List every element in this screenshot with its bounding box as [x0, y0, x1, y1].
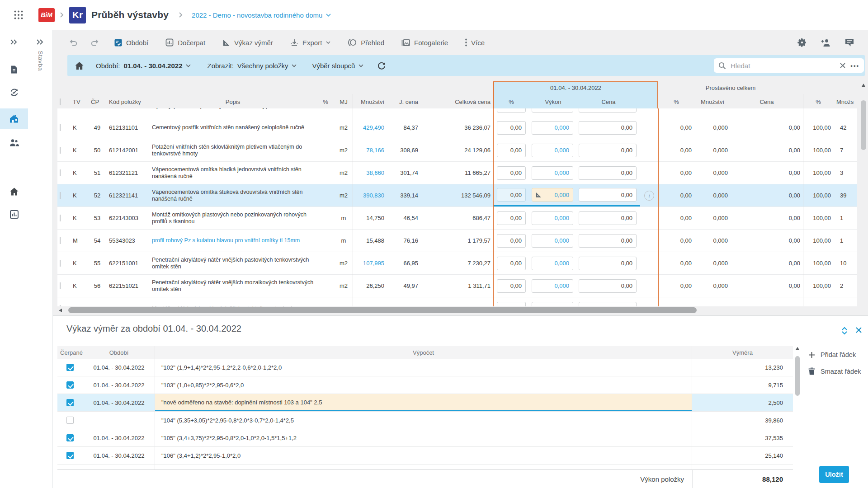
period-pct-input[interactable]: 0,00 — [497, 166, 526, 180]
period-cena-input[interactable]: 0,00 — [579, 121, 637, 135]
add-row-button[interactable]: Přidat řádek — [808, 351, 856, 358]
table-row[interactable]: K53622143003Montáž omítkových plastových… — [57, 207, 857, 230]
period-cena-input[interactable]: 0,00 — [579, 234, 637, 248]
vertical-scroll-thumb[interactable] — [861, 100, 866, 150]
home-filter-icon[interactable] — [75, 61, 84, 70]
period-cena-input[interactable]: 0,00 — [579, 144, 637, 157]
calc-row-checkbox[interactable] — [66, 417, 74, 424]
quantity-cell[interactable]: 107,995 — [353, 260, 387, 267]
calc-row[interactable]: "104" (5,35+3,05)*2*2,95-0,8*2,0*3-0,7*2… — [57, 412, 793, 429]
period-vykon-input[interactable]: 0,000 — [532, 144, 573, 157]
period-vykon-input[interactable]: 0,000 — [532, 302, 573, 307]
calc-formula-cell[interactable] — [155, 465, 692, 469]
bim-logo[interactable]: BiM — [38, 8, 55, 22]
breadcrumb-project[interactable]: 2022 - Demo - novostavba rodinného domu — [192, 11, 331, 19]
column-header-period-vykon[interactable]: Výkon — [529, 99, 577, 105]
sidebar-item-documents[interactable] — [0, 65, 28, 74]
delete-row-button[interactable]: Smazat řádek — [808, 367, 861, 375]
table-row[interactable]: M5455343023profil rohový Pz s kulatou hl… — [57, 230, 857, 252]
period-input[interactable] — [532, 108, 573, 113]
row-checkbox[interactable] — [60, 305, 61, 306]
quantity-cell[interactable]: 390,830 — [353, 192, 387, 199]
app-grid-icon[interactable] — [14, 10, 24, 20]
quantity-cell[interactable]: 429,490 — [353, 124, 387, 131]
column-header-popis[interactable]: Popis — [149, 99, 316, 105]
sidebar-item-home[interactable] — [0, 187, 28, 196]
row-checkbox[interactable] — [60, 169, 61, 176]
calc-scroll-thumb[interactable] — [795, 356, 800, 396]
toolbar-button-prehled[interactable]: Přehled — [339, 35, 393, 50]
column-header-tv[interactable]: TV — [70, 99, 88, 105]
sidebar-expand-icon[interactable] — [0, 39, 28, 45]
period-filter[interactable]: Období: 01.04. - 30.04.2022 — [96, 62, 191, 70]
column-header-pct[interactable]: % — [316, 99, 335, 105]
column-header-period-cena[interactable]: Cena — [577, 99, 640, 105]
calc-header-obdobi[interactable]: Období — [83, 346, 155, 359]
column-header-built-pct[interactable]: % — [658, 99, 694, 105]
calc-row-checkbox[interactable] — [66, 364, 74, 371]
table-row[interactable]: K49612131101Cementový postřik vnitřních … — [57, 117, 857, 139]
table-row[interactable]: K57622252001Montáž zakládacích soklových… — [57, 297, 857, 306]
period-cena-input[interactable]: 0,00 — [579, 166, 637, 180]
scroll-left-arrow-icon[interactable] — [59, 309, 62, 312]
period-vykon-input[interactable]: 0,000 — [532, 121, 573, 135]
period-vykon-input[interactable]: 0,000 — [532, 211, 573, 225]
calc-formula-cell[interactable]: "103" (1,0+0,85)*2*2,95-0,6*2,0 — [155, 376, 692, 394]
calc-row[interactable]: 01.04. - 30.04.2022"105" (3,4+3,75)*2*2,… — [57, 429, 793, 447]
calc-header-cerpane[interactable]: Čerpané — [57, 346, 83, 359]
table-row[interactable]: K55622151001Penetrační akrylátový nátěr … — [57, 252, 857, 275]
tab-stavba[interactable]: Stavba — [28, 51, 52, 71]
period-pct-input[interactable]: 0,00 — [497, 211, 526, 225]
comment-icon[interactable] — [844, 38, 854, 47]
quantity-cell[interactable]: 38,660 — [353, 169, 387, 176]
select-all-checkbox[interactable] — [60, 99, 61, 105]
horizontal-scrollbar[interactable] — [57, 307, 860, 314]
calc-row[interactable]: 01.04. - 30.04.2022"nově odměřeno na sta… — [57, 394, 793, 412]
row-checkbox[interactable] — [60, 215, 61, 221]
sidebar-item-people[interactable] — [0, 138, 28, 147]
period-vykon-input[interactable]: 0,000 — [532, 257, 573, 270]
calc-header-vymera[interactable]: Výměra — [692, 346, 793, 359]
clear-search-icon[interactable] — [840, 62, 846, 69]
period-pct-input[interactable]: 0,00 — [497, 234, 526, 248]
sidebar-item-reports[interactable] — [0, 210, 28, 219]
period-pct-input[interactable]: 0,00 — [497, 257, 526, 270]
calc-formula-cell[interactable]: "102" (1,9+1,4)*2*2,95-1,2*2,2-0,6*2,0-1… — [155, 359, 692, 376]
period-cena-input[interactable]: 0,00 — [579, 188, 637, 202]
show-filter[interactable]: Zobrazit: Všechny položky — [207, 62, 297, 70]
period-pct-input[interactable]: 0,00 — [497, 279, 526, 293]
calc-row[interactable]: 01.04. - 30.04.2022"102" (1,9+1,4)*2*2,9… — [57, 359, 793, 376]
calc-row[interactable]: 01.04. - 30.04.2022"106" (3,4+1,2)*2*2,9… — [57, 447, 793, 465]
period-cena-input[interactable]: 0,00 — [579, 279, 637, 293]
save-button[interactable]: Uložit — [819, 466, 849, 483]
period-input[interactable] — [497, 108, 526, 113]
toolbar-button-docerpat[interactable]: Dočerpat — [157, 35, 214, 50]
period-pct-input[interactable]: 0,00 — [497, 188, 526, 202]
sidebar-item-construction-active[interactable] — [0, 108, 28, 129]
calc-row[interactable]: 01.04. - 30.04.2022"103" (1,0+0,85)*2*2,… — [57, 376, 793, 394]
settings-gear-icon[interactable] — [797, 38, 807, 47]
period-cena-input[interactable]: 0,00 — [579, 257, 637, 270]
period-vykon-input[interactable]: 0,000 — [532, 234, 573, 248]
calc-row-checkbox[interactable] — [66, 452, 74, 459]
column-picker[interactable]: Výběr sloupců — [312, 62, 363, 70]
period-cena-input[interactable]: 0,00 — [579, 211, 637, 225]
add-user-icon[interactable] — [821, 38, 831, 47]
column-header-extra-pct[interactable]: % — [803, 99, 834, 105]
row-checkbox[interactable] — [60, 124, 61, 131]
period-pct-input[interactable]: 0,00 — [497, 121, 526, 135]
scroll-up-arrow-icon[interactable] — [862, 84, 865, 87]
scroll-up-arrow-icon[interactable] — [796, 347, 799, 350]
redo-button[interactable] — [84, 35, 106, 50]
toolbar-button-vykaz-vymer[interactable]: Výkaz výměr — [214, 35, 282, 50]
calc-formula-cell[interactable]: "nově odměřeno na stavbě: doplnění místn… — [155, 394, 692, 411]
column-header-extra-mnozstvi[interactable]: Množs — [834, 99, 857, 105]
toolbar-button-fotogalerie[interactable]: Fotogalerie — [393, 35, 457, 50]
period-input[interactable] — [579, 108, 637, 113]
column-header-period-pct[interactable]: % — [493, 99, 529, 105]
row-checkbox[interactable] — [60, 237, 61, 244]
quantity-cell[interactable]: 78,166 — [353, 147, 387, 154]
period-vykon-input[interactable]: 0,000 — [532, 166, 573, 180]
row-checkbox[interactable] — [60, 282, 61, 289]
search-input[interactable] — [730, 61, 840, 70]
